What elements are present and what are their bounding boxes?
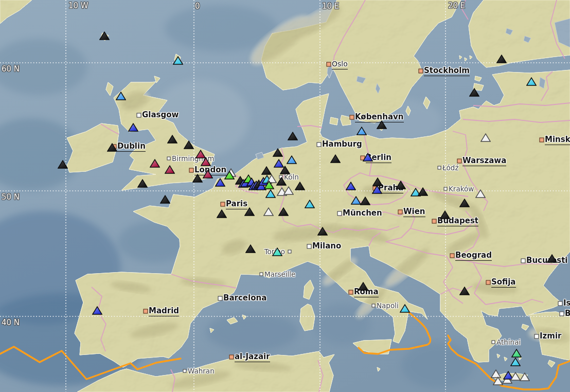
station-marker-blue[interactable]: [372, 185, 382, 194]
station-marker-cyan[interactable]: [400, 304, 410, 313]
graticule-label: 20 E: [448, 1, 465, 10]
map-viewport[interactable]: 10 W010 E20 E60 N50 N40 N OsloStockholmK…: [0, 0, 570, 392]
skyblue-triangle-icon: [351, 197, 361, 204]
station-marker-black[interactable]: [137, 179, 148, 188]
station-marker-white[interactable]: [263, 207, 274, 216]
station-marker-white[interactable]: [480, 133, 491, 142]
city-marker: [327, 62, 331, 67]
station-marker-black[interactable]: [184, 140, 194, 149]
black-triangle-icon: [460, 287, 469, 295]
station-marker-cyan[interactable]: [305, 200, 315, 208]
white-triangle-icon: [264, 208, 273, 216]
city-label: Wahran: [188, 366, 215, 376]
station-marker-black[interactable]: [107, 143, 117, 152]
station-marker-black[interactable]: [377, 120, 387, 129]
station-marker-black[interactable]: [167, 135, 177, 144]
station-marker-black[interactable]: [288, 132, 298, 140]
black-triangle-icon: [440, 211, 450, 219]
station-marker-black[interactable]: [396, 181, 406, 189]
station-marker-black[interactable]: [358, 282, 368, 291]
station-marker-cyan[interactable]: [173, 56, 183, 65]
station-marker-blue[interactable]: [363, 153, 373, 162]
station-marker-black[interactable]: [330, 154, 341, 163]
station-marker-crimson[interactable]: [150, 159, 160, 168]
station-marker-black[interactable]: [261, 166, 272, 175]
station-marker-white[interactable]: [283, 186, 294, 195]
station-marker-black[interactable]: [280, 166, 290, 174]
white-triangle-icon: [511, 372, 520, 380]
white-triangle-icon: [481, 134, 490, 141]
station-marker-black[interactable]: [440, 210, 450, 219]
station-marker-crimson[interactable]: [201, 157, 211, 166]
black-triangle-icon: [279, 208, 288, 216]
black-triangle-icon: [138, 180, 147, 187]
station-marker-skyblue[interactable]: [357, 127, 367, 135]
city-marker: [492, 341, 495, 344]
station-marker-white[interactable]: [493, 377, 503, 385]
station-marker-blue[interactable]: [128, 123, 138, 132]
station-marker-white[interactable]: [520, 372, 530, 381]
blue-triangle-icon: [216, 179, 225, 186]
white-triangle-icon: [284, 187, 293, 194]
station-marker-black[interactable]: [273, 148, 283, 157]
black-triangle-icon: [217, 210, 226, 218]
station-marker-white[interactable]: [475, 189, 486, 198]
station-marker-black[interactable]: [278, 207, 289, 216]
station-marker-skyblue[interactable]: [287, 155, 297, 164]
station-marker-blue[interactable]: [92, 306, 102, 315]
black-triangle-icon: [418, 188, 428, 195]
station-marker-black[interactable]: [295, 182, 305, 190]
station-marker-black[interactable]: [58, 160, 68, 169]
station-marker-green[interactable]: [264, 181, 274, 189]
station-marker-green[interactable]: [224, 171, 235, 180]
station-marker-black[interactable]: [469, 88, 479, 97]
station-marker-black[interactable]: [418, 187, 428, 196]
city-marker: [218, 296, 223, 301]
city-label: Sofija: [491, 277, 516, 288]
station-marker-blue[interactable]: [215, 178, 225, 187]
station-marker-crimson[interactable]: [203, 170, 213, 179]
graticule-label: 0: [195, 2, 200, 11]
station-marker-black[interactable]: [276, 177, 287, 186]
station-marker-cyan[interactable]: [526, 77, 537, 86]
black-triangle-icon: [161, 195, 170, 203]
station-marker-black[interactable]: [99, 31, 110, 40]
blue-triangle-icon: [346, 182, 355, 190]
station-marker-crimson[interactable]: [165, 165, 175, 174]
city-marker: [540, 138, 544, 142]
station-marker-white[interactable]: [510, 372, 521, 381]
black-triangle-icon: [359, 282, 368, 290]
station-marker-cyan[interactable]: [510, 358, 521, 366]
black-triangle-icon: [108, 144, 117, 151]
station-marker-black[interactable]: [459, 287, 470, 295]
city-label: Kraków: [449, 184, 474, 194]
station-marker-turquoise[interactable]: [272, 247, 282, 256]
station-marker-blue[interactable]: [346, 182, 356, 190]
station-marker-skyblue[interactable]: [351, 196, 361, 205]
station-marker-black[interactable]: [547, 254, 557, 263]
station-marker-black[interactable]: [160, 195, 170, 204]
station-marker-black[interactable]: [459, 199, 470, 207]
black-triangle-icon: [361, 197, 370, 205]
station-marker-cyan[interactable]: [265, 189, 276, 198]
city-marker: [229, 355, 234, 360]
crimson-triangle-icon: [203, 170, 212, 178]
black-triangle-icon: [100, 32, 109, 40]
station-marker-black[interactable]: [317, 227, 328, 236]
city-label: München: [343, 208, 382, 218]
city-marker: [558, 301, 563, 306]
station-marker-black[interactable]: [496, 55, 507, 63]
station-marker-black[interactable]: [360, 197, 370, 205]
station-marker-black[interactable]: [244, 207, 255, 216]
city-label: Stockholm: [424, 66, 470, 76]
station-marker-black[interactable]: [245, 244, 256, 253]
station-marker-skyblue[interactable]: [116, 92, 126, 100]
city-label: Izmir: [540, 331, 561, 341]
station-marker-black[interactable]: [192, 174, 203, 183]
white-triangle-icon: [493, 377, 503, 385]
black-triangle-icon: [377, 121, 386, 129]
station-marker-black[interactable]: [217, 209, 227, 218]
station-marker-seagreen[interactable]: [511, 349, 522, 358]
green-triangle-icon: [225, 171, 234, 179]
seagreen-triangle-icon: [512, 349, 521, 357]
